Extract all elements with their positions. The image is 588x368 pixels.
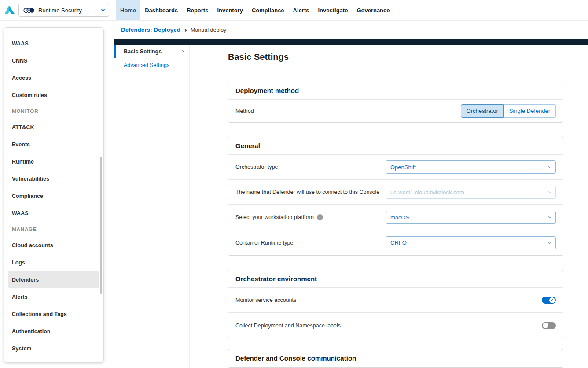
tab-governance[interactable]: Governance	[352, 0, 394, 20]
subnav-item-advanced-settings[interactable]: Advanced Settings	[114, 58, 189, 72]
breadcrumb: Defenders: Deployed Manual deploy	[114, 21, 588, 39]
method-label: Method	[235, 108, 254, 114]
subnav-item-label: Basic Settings	[124, 48, 162, 55]
container-runtime-row: Container Runtime type CRI-O	[228, 230, 563, 255]
page-title: Basic Settings	[228, 52, 563, 62]
collect-labels-toggle[interactable]: ✓	[542, 322, 556, 329]
chevron-down-icon	[548, 190, 551, 193]
sidebar-item-waas-monitor[interactable]: WAAS	[4, 204, 103, 222]
sidebar-item-authentication[interactable]: Authentication	[4, 323, 103, 340]
sidebar-item-defenders[interactable]: Defenders	[8, 271, 99, 288]
sidebar-item-custom-rules[interactable]: Custom rules	[4, 86, 103, 104]
settings-subnav: Basic Settings Advanced Settings	[114, 45, 190, 368]
monitor-service-accounts-toggle[interactable]: ✓	[542, 297, 556, 304]
tab-dashboards[interactable]: Dashboards	[140, 0, 182, 20]
chevron-down-icon	[548, 240, 551, 243]
collect-labels-row: Collect Deployment and Namespace labels …	[228, 313, 563, 338]
workstation-platform-label: Select your workstation platform i	[235, 214, 323, 220]
sidebar-item-collections-and-tags[interactable]: Collections and Tags	[4, 305, 103, 323]
sidebar-scrollbar[interactable]	[100, 157, 102, 294]
dark-divider-bar	[114, 39, 588, 45]
check-icon: ✓	[551, 298, 554, 302]
tab-compliance[interactable]: Compliance	[247, 0, 289, 20]
top-nav: Home Dashboards Reports Inventory Compli…	[116, 0, 394, 20]
container-runtime-label: Container Runtime type	[235, 240, 293, 246]
runtime-security-logo-icon	[23, 7, 35, 14]
tab-inventory[interactable]: Inventory	[213, 0, 247, 20]
workstation-platform-row: Select your workstation platform i macOS	[228, 205, 563, 230]
sidebar-item-waas[interactable]: WAAS	[4, 35, 103, 52]
select-value: us-west1.cloud.twistlock.com	[390, 189, 464, 196]
info-icon[interactable]: i	[317, 214, 323, 220]
console-name-select: us-west1.cloud.twistlock.com	[386, 186, 556, 199]
method-option-single-defender[interactable]: Single Defender	[504, 104, 556, 118]
select-value: macOS	[390, 214, 409, 221]
deployment-method-card: Deployment method Method Orchestrator Si…	[228, 82, 563, 123]
sidebar-item-system[interactable]: System	[4, 340, 103, 357]
sidebar-item-events[interactable]: Events	[4, 136, 103, 153]
product-switcher[interactable]: Runtime Security	[18, 4, 109, 17]
sidebar-item-cnns[interactable]: CNNS	[4, 52, 103, 69]
sidebar-item-compliance[interactable]: Compliance	[4, 187, 103, 204]
breadcrumb-chevron-icon	[184, 28, 187, 31]
tab-alerts[interactable]: Alerts	[289, 0, 314, 20]
tab-reports[interactable]: Reports	[182, 0, 213, 20]
orchestrator-environment-card: Orchestrator environment Monitor service…	[228, 270, 563, 338]
card-title: General	[228, 137, 563, 155]
chevron-down-icon	[548, 164, 551, 168]
sidebar-item-access[interactable]: Access	[4, 69, 103, 86]
sidebar-item-attack[interactable]: ATT&CK	[4, 119, 103, 136]
topbar: Runtime Security Home Dashboards Reports…	[0, 0, 588, 21]
communication-card: Defender and Console communication	[228, 349, 563, 368]
subnav-item-basic-settings[interactable]: Basic Settings	[114, 45, 189, 58]
toggle-knob: ✓	[549, 297, 555, 303]
subnav-item-label: Advanced Settings	[124, 62, 169, 68]
tab-investigate[interactable]: Investigate	[313, 0, 352, 20]
select-value: CRI-O	[390, 239, 407, 246]
collect-labels-label: Collect Deployment and Namespace labels	[235, 323, 341, 329]
toggle-knob: ✓	[543, 323, 548, 328]
app: { "colors": { "accent_blue": "#006fcc", …	[0, 0, 588, 368]
sidebar-item-runtime[interactable]: Runtime	[4, 153, 103, 170]
label-text: Select your workstation platform	[235, 214, 314, 220]
console-name-row: The name that Defender will use to conne…	[228, 180, 563, 205]
left-sidebar: WAAS CNNS Access Custom rules MONITOR AT…	[4, 27, 104, 363]
method-option-orchestrator[interactable]: Orchestrator	[461, 104, 504, 118]
sidebar-item-cloud-accounts[interactable]: Cloud accounts	[4, 237, 103, 254]
container-runtime-select[interactable]: CRI-O	[386, 236, 556, 249]
breadcrumb-parent-link[interactable]: Defenders: Deployed	[121, 26, 180, 33]
method-row: Method Orchestrator Single Defender	[228, 100, 563, 122]
sidebar-item-alerts[interactable]: Alerts	[4, 288, 103, 305]
palo-alto-networks-logo-icon	[4, 4, 16, 17]
card-title: Deployment method	[228, 82, 563, 100]
breadcrumb-current: Manual deploy	[191, 27, 226, 33]
card-title: Defender and Console communication	[228, 349, 563, 367]
monitor-service-accounts-label: Monitor service accounts	[235, 297, 296, 303]
sidebar-item-logs[interactable]: Logs	[4, 254, 103, 271]
orchestrator-type-label: Orchestrator type	[235, 164, 278, 170]
main-content: Basic Settings Deployment method Method …	[228, 45, 563, 368]
chevron-down-icon	[101, 7, 105, 11]
sidebar-section-manage: MANAGE	[4, 222, 103, 237]
chevron-right-icon	[180, 50, 184, 53]
select-value: OpenShift	[390, 164, 416, 171]
orchestrator-type-select[interactable]: OpenShift	[386, 160, 556, 174]
card-title: Orchestrator environment	[228, 270, 563, 288]
chevron-down-icon	[548, 215, 551, 218]
sidebar-item-vulnerabilities[interactable]: Vulnerabilities	[4, 170, 103, 187]
tab-home[interactable]: Home	[116, 0, 140, 20]
sidebar-section-monitor: MONITOR	[4, 104, 103, 119]
console-name-label: The name that Defender will use to conne…	[235, 189, 379, 195]
method-segmented-control: Orchestrator Single Defender	[461, 104, 556, 118]
workstation-platform-select[interactable]: macOS	[386, 211, 556, 224]
general-card: General Orchestrator type OpenShift The …	[228, 137, 563, 256]
product-switcher-label: Runtime Security	[38, 7, 82, 14]
monitor-service-accounts-row: Monitor service accounts ✓	[228, 288, 563, 313]
orchestrator-type-row: Orchestrator type OpenShift	[228, 155, 563, 180]
